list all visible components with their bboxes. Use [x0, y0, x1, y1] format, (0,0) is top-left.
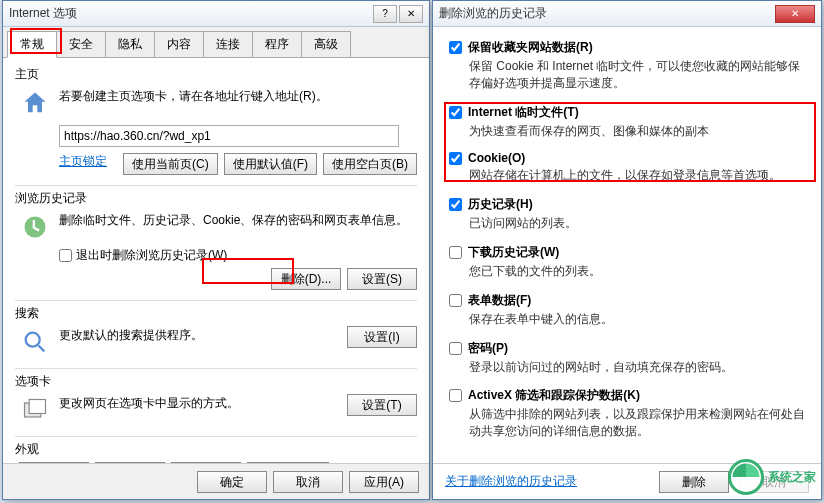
svg-point-1 — [26, 333, 40, 347]
delete-history-button[interactable]: 删除(D)... — [271, 268, 341, 290]
window-title: Internet 选项 — [9, 5, 373, 22]
home-label: 主页 — [15, 66, 417, 83]
search-text: 更改默认的搜索提供程序。 — [59, 326, 339, 344]
checkbox-5[interactable] — [449, 294, 462, 307]
use-blank-button[interactable]: 使用空白页(B) — [323, 153, 417, 175]
search-section: 搜索 更改默认的搜索提供程序。 设置(I) — [15, 305, 417, 358]
close-button[interactable]: ✕ — [775, 5, 815, 23]
history-icon — [19, 211, 51, 243]
history-text: 删除临时文件、历史记录、Cookie、保存的密码和网页表单信息。 — [59, 211, 417, 229]
checkbox-1[interactable] — [449, 106, 462, 119]
check-title-2: Cookie(O) — [468, 151, 525, 165]
check-item-0: 保留收藏夹网站数据(R)保留 Cookie 和 Internet 临时文件，可以… — [449, 39, 805, 92]
titlebar[interactable]: Internet 选项 ? ✕ — [3, 1, 429, 27]
check-desc-6: 登录以前访问过的网站时，自动填充保存的密码。 — [469, 359, 805, 376]
checkbox-4[interactable] — [449, 246, 462, 259]
checkbox-2[interactable] — [449, 152, 462, 165]
tabs-label: 选项卡 — [15, 373, 417, 390]
check-title-4: 下载历史记录(W) — [468, 244, 559, 261]
search-label: 搜索 — [15, 305, 417, 322]
tab-strip: 常规 安全 隐私 内容 连接 程序 高级 — [3, 27, 429, 58]
tabs-settings-button[interactable]: 设置(T) — [347, 394, 417, 416]
history-section: 浏览历史记录 删除临时文件、历史记录、Cookie、保存的密码和网页表单信息。 … — [15, 190, 417, 290]
check-item-4: 下载历史记录(W)您已下载的文件的列表。 — [449, 244, 805, 280]
watermark: 系统之家 — [728, 459, 816, 495]
appearance-label: 外观 — [15, 441, 417, 458]
checkbox-7[interactable] — [449, 389, 462, 402]
general-panel: 主页 若要创建主页选项卡，请在各地址行键入地址(R)。 主页锁定 使用当前页(C… — [3, 58, 429, 476]
check-item-2: Cookie(O)网站存储在计算机上的文件，以保存如登录信息等首选项。 — [449, 151, 805, 184]
tab-content[interactable]: 内容 — [154, 31, 204, 57]
checkbox-6[interactable] — [449, 342, 462, 355]
check-title-3: 历史记录(H) — [468, 196, 533, 213]
tab-general[interactable]: 常规 — [7, 31, 57, 58]
tab-programs[interactable]: 程序 — [252, 31, 302, 57]
check-item-5: 表单数据(F)保存在表单中键入的信息。 — [449, 292, 805, 328]
about-delete-link[interactable]: 关于删除浏览的历史记录 — [445, 473, 649, 490]
checkbox-0[interactable] — [449, 41, 462, 54]
use-default-button[interactable]: 使用默认值(F) — [224, 153, 317, 175]
search-settings-button[interactable]: 设置(I) — [347, 326, 417, 348]
window-title: 删除浏览的历史记录 — [439, 5, 775, 22]
delete-on-exit-checkbox[interactable] — [59, 249, 72, 262]
watermark-text: 系统之家 — [768, 469, 816, 486]
delete-history-body: 保留收藏夹网站数据(R)保留 Cookie 和 Internet 临时文件，可以… — [433, 27, 821, 463]
check-desc-4: 您已下载的文件的列表。 — [469, 263, 805, 280]
close-button[interactable]: ✕ — [399, 5, 423, 23]
history-settings-button[interactable]: 设置(S) — [347, 268, 417, 290]
check-desc-2: 网站存储在计算机上的文件，以保存如登录信息等首选项。 — [469, 167, 805, 184]
delete-history-window: 删除浏览的历史记录 ✕ 保留收藏夹网站数据(R)保留 Cookie 和 Inte… — [432, 0, 822, 500]
help-button[interactable]: ? — [373, 5, 397, 23]
dialog-buttons: 确定 取消 应用(A) — [3, 463, 429, 499]
window-controls: ? ✕ — [373, 5, 423, 23]
tabs-section: 选项卡 更改网页在选项卡中显示的方式。 设置(T) — [15, 373, 417, 426]
apply-button[interactable]: 应用(A) — [349, 471, 419, 493]
check-desc-0: 保留 Cookie 和 Internet 临时文件，可以使您收藏的网站能够保存偏… — [469, 58, 805, 92]
check-desc-5: 保存在表单中键入的信息。 — [469, 311, 805, 328]
check-item-6: 密码(P)登录以前访问过的网站时，自动填充保存的密码。 — [449, 340, 805, 376]
tabs-text: 更改网页在选项卡中显示的方式。 — [59, 394, 339, 412]
home-section: 主页 若要创建主页选项卡，请在各地址行键入地址(R)。 主页锁定 使用当前页(C… — [15, 66, 417, 175]
delete-on-exit-label: 退出时删除浏览历史记录(W) — [76, 247, 227, 264]
check-title-0: 保留收藏夹网站数据(R) — [468, 39, 593, 56]
check-desc-3: 已访问网站的列表。 — [469, 215, 805, 232]
check-title-1: Internet 临时文件(T) — [468, 104, 579, 121]
svg-rect-4 — [29, 400, 45, 414]
delete-button[interactable]: 删除 — [659, 471, 729, 493]
check-desc-1: 为快速查看而保存的网页、图像和媒体的副本 — [469, 123, 805, 140]
check-title-7: ActiveX 筛选和跟踪保护数据(K) — [468, 387, 640, 404]
home-url-input[interactable] — [59, 125, 399, 147]
history-label: 浏览历史记录 — [15, 190, 417, 207]
home-text: 若要创建主页选项卡，请在各地址行键入地址(R)。 — [59, 87, 417, 105]
cancel-button[interactable]: 取消 — [273, 471, 343, 493]
svg-line-2 — [39, 346, 45, 352]
ok-button[interactable]: 确定 — [197, 471, 267, 493]
use-current-button[interactable]: 使用当前页(C) — [123, 153, 218, 175]
home-icon — [19, 87, 51, 119]
check-item-3: 历史记录(H)已访问网站的列表。 — [449, 196, 805, 232]
check-desc-7: 从筛选中排除的网站列表，以及跟踪保护用来检测网站在何处自动共享您访问的详细信息的… — [469, 406, 805, 440]
window-controls: ✕ — [775, 5, 815, 23]
check-item-1: Internet 临时文件(T)为快速查看而保存的网页、图像和媒体的副本 — [449, 104, 805, 140]
check-item-7: ActiveX 筛选和跟踪保护数据(K)从筛选中排除的网站列表，以及跟踪保护用来… — [449, 387, 805, 440]
internet-options-window: Internet 选项 ? ✕ 常规 安全 隐私 内容 连接 程序 高级 主页 … — [2, 0, 430, 500]
tab-security[interactable]: 安全 — [56, 31, 106, 57]
search-icon — [19, 326, 51, 358]
tab-advanced[interactable]: 高级 — [301, 31, 351, 57]
tab-privacy[interactable]: 隐私 — [105, 31, 155, 57]
titlebar[interactable]: 删除浏览的历史记录 ✕ — [433, 1, 821, 27]
tabs-icon — [19, 394, 51, 426]
check-title-6: 密码(P) — [468, 340, 508, 357]
home-lock-link[interactable]: 主页锁定 — [59, 153, 107, 175]
check-title-5: 表单数据(F) — [468, 292, 531, 309]
checkbox-3[interactable] — [449, 198, 462, 211]
tab-connections[interactable]: 连接 — [203, 31, 253, 57]
